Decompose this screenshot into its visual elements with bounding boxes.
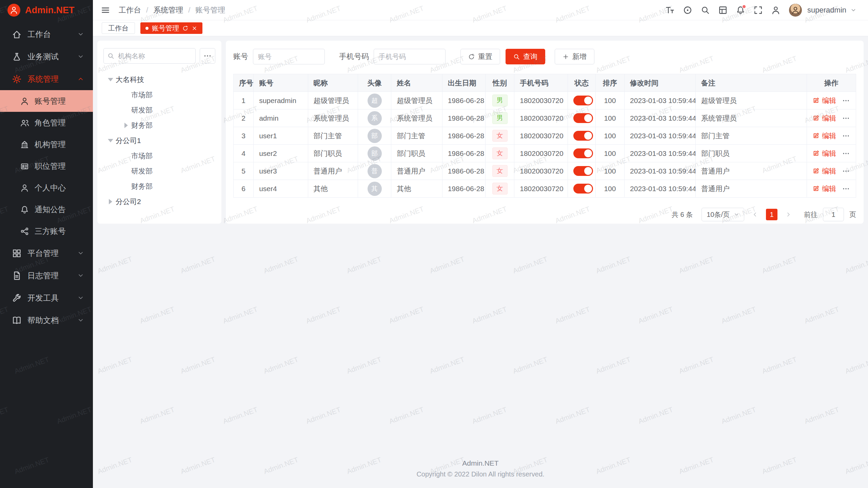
- tree-caret-icon[interactable]: [105, 197, 116, 207]
- tree-more-button[interactable]: [200, 48, 215, 64]
- page-size-select[interactable]: 10条/页: [702, 208, 744, 221]
- sidebar-subitem-2-0[interactable]: 账号管理: [0, 90, 93, 112]
- notifications-button[interactable]: [736, 6, 745, 15]
- row-more-button[interactable]: [842, 132, 850, 140]
- cell-name: 部门职员: [391, 145, 442, 162]
- username[interactable]: superadmin: [807, 6, 846, 15]
- edit-label: 编辑: [822, 114, 836, 123]
- edit-button[interactable]: 编辑: [813, 149, 836, 158]
- row-more-button[interactable]: [842, 185, 850, 192]
- tab-refresh-icon[interactable]: [182, 25, 188, 31]
- prev-page-button[interactable]: [750, 209, 761, 220]
- page-1-button[interactable]: 1: [766, 209, 777, 220]
- org-search-input[interactable]: [103, 48, 196, 64]
- sidebar-subitem-2-4[interactable]: 个人中心: [0, 177, 93, 199]
- edit-button[interactable]: 编辑: [813, 96, 836, 105]
- tree-node-1[interactable]: 市场部: [103, 87, 215, 102]
- search-icon[interactable]: [701, 6, 710, 15]
- sidebar-item-0[interactable]: 工作台: [0, 23, 93, 45]
- profile-icon[interactable]: [771, 6, 780, 15]
- reset-button[interactable]: 重置: [460, 49, 500, 64]
- tree-caret-icon[interactable]: [121, 120, 131, 130]
- user-menu-chevron-icon[interactable]: [850, 7, 856, 13]
- column-header-6: 性别: [485, 74, 514, 92]
- sidebar-item-6[interactable]: 帮助文档: [0, 309, 93, 331]
- tree-caret-icon[interactable]: [105, 136, 116, 146]
- tree-node-7[interactable]: 财务部: [103, 179, 215, 194]
- cell-actions: 编辑: [807, 180, 856, 198]
- breadcrumb: 工作台 系统管理 账号管理: [119, 5, 225, 15]
- sidebar-subitem-2-1[interactable]: 角色管理: [0, 112, 93, 134]
- sidebar-item-1[interactable]: 业务测试: [0, 45, 93, 68]
- status-toggle[interactable]: [573, 113, 593, 123]
- gender-tag: 女: [492, 183, 508, 195]
- user-avatar[interactable]: [789, 4, 802, 17]
- edit-button[interactable]: 编辑: [813, 166, 836, 176]
- tab-account-management[interactable]: 账号管理: [140, 22, 202, 34]
- table-body: 1superadmin超级管理员超超级管理员1986-06-28男1802003…: [234, 92, 856, 198]
- tree-node-6[interactable]: 研发部: [103, 163, 215, 179]
- sidebar-item-5[interactable]: 开发工具: [0, 287, 93, 309]
- tree-node-8[interactable]: 分公司2: [103, 194, 215, 209]
- cell-remark: 超级管理员: [695, 92, 807, 109]
- row-more-button[interactable]: [842, 150, 850, 157]
- total-count: 共 6 条: [672, 210, 693, 219]
- edit-button[interactable]: 编辑: [813, 184, 836, 194]
- tab-workbench[interactable]: 工作台: [102, 22, 135, 34]
- tab-close-icon[interactable]: [192, 25, 197, 31]
- edit-button[interactable]: 编辑: [813, 114, 836, 123]
- locale-icon[interactable]: [683, 6, 692, 15]
- cell-gender: 男: [485, 92, 514, 109]
- tree-node-0[interactable]: 大名科技: [103, 72, 215, 87]
- layout-settings-icon[interactable]: [718, 6, 727, 15]
- idcard-icon: [20, 162, 29, 170]
- sidebar-item-2[interactable]: 系统管理: [0, 68, 93, 90]
- sidebar-subitem-2-6[interactable]: 三方账号: [0, 220, 93, 242]
- edit-button[interactable]: 编辑: [813, 131, 836, 141]
- tree-node-4[interactable]: 分公司1: [103, 133, 215, 148]
- breadcrumb-item-workbench[interactable]: 工作台: [119, 5, 153, 15]
- search-button[interactable]: 查询: [506, 49, 545, 64]
- tree-node-label: 市场部: [131, 151, 153, 161]
- cell-gender: 女: [485, 180, 514, 198]
- goto-page-input[interactable]: [823, 208, 844, 221]
- sidebar-item-label: 开发工具: [27, 293, 59, 303]
- breadcrumb-item-system[interactable]: 系统管理: [153, 5, 195, 15]
- tree-caret-icon: [121, 105, 131, 115]
- cell-index: 3: [234, 127, 254, 145]
- status-toggle[interactable]: [573, 166, 593, 176]
- cell-nickname: 系统管理员: [308, 109, 358, 127]
- sidebar-subitem-2-5[interactable]: 通知公告: [0, 199, 93, 220]
- cell-sort: 100: [595, 109, 624, 127]
- cell-phone: 18020030720: [514, 109, 568, 127]
- tree-caret-icon[interactable]: [105, 75, 116, 85]
- chevron-icon: [77, 31, 84, 38]
- cell-modified-time: 2023-01-03 10:59:44: [625, 180, 696, 198]
- tree-node-5[interactable]: 市场部: [103, 148, 215, 163]
- row-more-button[interactable]: [842, 97, 850, 104]
- cell-actions: 编辑: [807, 109, 856, 127]
- status-toggle[interactable]: [573, 184, 593, 194]
- font-size-icon[interactable]: [666, 6, 674, 15]
- tabs-bar: 工作台 账号管理: [93, 20, 868, 36]
- cell-index: 4: [234, 145, 254, 162]
- hamburger-menu-icon[interactable]: [101, 6, 110, 15]
- sidebar-item-3[interactable]: 平台管理: [0, 242, 93, 264]
- status-toggle[interactable]: [573, 96, 593, 105]
- next-page-button[interactable]: [783, 209, 794, 220]
- row-more-button[interactable]: [842, 167, 850, 175]
- account-input[interactable]: [253, 49, 325, 64]
- sidebar-subitem-2-3[interactable]: 职位管理: [0, 155, 93, 177]
- add-button[interactable]: 新增: [555, 49, 594, 64]
- status-toggle[interactable]: [573, 131, 593, 141]
- phone-input[interactable]: [374, 49, 446, 64]
- status-toggle[interactable]: [573, 148, 593, 158]
- sidebar-subitem-2-2[interactable]: 机构管理: [0, 134, 93, 155]
- tree-node-2[interactable]: 研发部: [103, 102, 215, 118]
- cell-gender: 女: [485, 145, 514, 162]
- tree-node-3[interactable]: 财务部: [103, 118, 215, 133]
- sidebar-item-4[interactable]: 日志管理: [0, 264, 93, 287]
- fullscreen-icon[interactable]: [754, 6, 763, 15]
- cell-birthdate: 1986-06-28: [442, 145, 485, 162]
- row-more-button[interactable]: [842, 115, 850, 122]
